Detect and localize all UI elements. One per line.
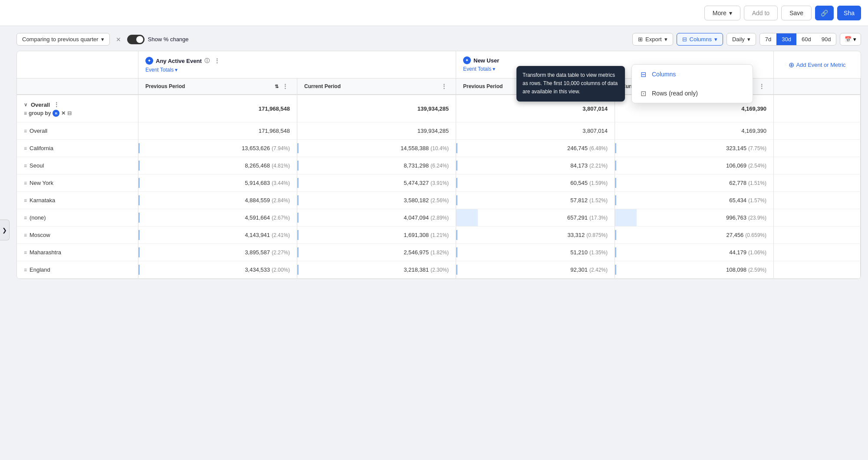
filter-icon[interactable]: ⊟	[67, 110, 72, 116]
calendar-button[interactable]: 📅 ▾	[840, 33, 861, 46]
row-label-text: Moscow	[30, 232, 50, 238]
cell-pct: (4.81%)	[272, 163, 290, 169]
overall-curr-2-value: 4,169,390	[741, 105, 766, 112]
cell-value: 3,218,381	[404, 266, 429, 273]
cell-value: 996,763	[726, 214, 746, 221]
table-row: ≡ Seoul 8,265,468 (4.81%)8,731,298 (6.24…	[17, 157, 861, 174]
rows-option[interactable]: ⊡ Rows (read only)	[632, 84, 753, 103]
row-4-col-3: 65,434 (1.57%)	[615, 192, 774, 209]
add-to-label: Add to	[752, 10, 769, 16]
add-event-cell[interactable]: ⊕ Add Event or Metric	[774, 51, 861, 78]
empty-add-col	[774, 79, 861, 94]
share-link-button[interactable]: 🔗	[815, 6, 834, 20]
chevron-down-icon: ▾	[664, 36, 667, 43]
cell-value: 3,434,533	[245, 266, 270, 273]
row-label-text: New York	[30, 180, 53, 186]
comparing-button[interactable]: Comparing to previous quarter ▾	[16, 33, 110, 46]
save-button[interactable]: Save	[781, 6, 812, 20]
toggle-switch[interactable]	[127, 35, 145, 44]
sort-icon-1[interactable]: ⇅	[275, 84, 279, 89]
cell-pct: (2.30%)	[431, 267, 449, 273]
curr-period-1-menu[interactable]: ⋮	[439, 82, 449, 91]
any-event-menu-button[interactable]: ⋮	[212, 56, 222, 65]
toolbar: Comparing to previous quarter ▾ ✕ Show %…	[16, 33, 861, 46]
chevron-down-icon: ▾	[175, 67, 178, 73]
close-comparing-button[interactable]: ✕	[114, 35, 123, 44]
daily-button[interactable]: Daily ▾	[727, 33, 756, 46]
link-icon: 🔗	[821, 10, 828, 16]
row-empty-cell	[774, 140, 861, 157]
equals-icon: ≡	[24, 110, 27, 116]
row-2-col-1: 8,731,298 (6.24%)	[297, 157, 456, 174]
cell-value: 8,731,298	[404, 162, 429, 169]
group-by-row: ≡ group by R ✕ ⊟	[24, 110, 72, 117]
row-6-col-0: 4,143,941 (2.41%)	[138, 227, 297, 243]
info-tooltip: Transform the data table to view metrics…	[516, 66, 625, 102]
table-row: ≡ New York 5,914,683 (3.44%)5,474,327 (3…	[17, 174, 861, 192]
chevron-down-icon: ▾	[714, 36, 717, 43]
row-filter-icon: ≡	[24, 180, 27, 186]
row-6-col-2: 33,312 (0.875%)	[456, 227, 615, 243]
new-user-icon: ✦	[463, 56, 471, 64]
cell-pct: (2.41%)	[272, 232, 290, 238]
row-filter-icon: ≡	[24, 232, 27, 238]
cell-pct: (2.67%)	[272, 215, 290, 221]
table-row: ≡ England 3,434,533 (2.00%)3,218,381 (2.…	[17, 261, 861, 279]
row-1-col-2: 246,745 (6.48%)	[456, 140, 615, 157]
expand-icon[interactable]: ∨	[24, 102, 27, 108]
row-label-1: ≡ California	[17, 140, 138, 157]
row-2-col-0: 8,265,468 (4.81%)	[138, 157, 297, 174]
cell-value: 92,301	[570, 266, 588, 273]
columns-label: Columns	[690, 36, 712, 43]
curr-period-2-menu[interactable]: ⋮	[757, 82, 766, 91]
overall-menu[interactable]: ⋮	[52, 100, 61, 109]
row-filter-icon: ≡	[24, 267, 27, 273]
date-tab-60d[interactable]: 60d	[796, 33, 816, 45]
cell-value: 62,778	[729, 180, 746, 186]
more-button[interactable]: More ▾	[704, 6, 740, 20]
cell-value: 246,745	[567, 145, 588, 151]
row-label-8: ≡ England	[17, 261, 138, 278]
prev-period-1-menu[interactable]: ⋮	[280, 82, 290, 91]
cell-value: 44,179	[729, 249, 746, 256]
date-tab-30d[interactable]: 30d	[776, 33, 796, 45]
date-tab-7d[interactable]: 7d	[760, 33, 776, 45]
add-to-button[interactable]: Add to	[744, 6, 778, 20]
cell-pct: (10.4%)	[431, 145, 449, 151]
sidebar-toggle[interactable]: ❯	[0, 220, 10, 240]
date-tab-90d[interactable]: 90d	[816, 33, 836, 45]
cell-value: 3,807,014	[582, 128, 608, 134]
row-5-col-1: 4,047,094 (2.89%)	[297, 209, 456, 226]
sha-button[interactable]: Sha	[837, 6, 861, 20]
table-row: ≡ Maharashtra 3,895,587 (2.27%)2,546,975…	[17, 244, 861, 261]
cell-value: 3,580,182	[404, 197, 429, 204]
new-user-title: ✦ New User	[463, 56, 766, 64]
cell-pct: (1.82%)	[431, 250, 449, 256]
remove-group-icon[interactable]: ✕	[61, 110, 66, 116]
cell-pct: (2.54%)	[748, 163, 766, 169]
columns-option[interactable]: ⊟ Columns	[632, 65, 753, 84]
export-button[interactable]: ⊞ Export ▾	[632, 33, 673, 46]
row-1-col-0: 13,653,626 (7.94%)	[138, 140, 297, 157]
columns-dropdown: ⊟ Columns ⊡ Rows (read only)	[631, 64, 753, 103]
cell-value: 171,968,548	[259, 128, 290, 134]
row-1-col-3: 323,145 (7.75%)	[615, 140, 774, 157]
cell-pct: (3.44%)	[272, 180, 290, 186]
row-0-col-0: 171,968,548	[138, 122, 297, 139]
event-title: ✦ Any Active Event ⓘ ⋮	[145, 56, 449, 65]
table-row: ≡ Karnataka 4,884,559 (2.84%)3,580,182 (…	[17, 192, 861, 209]
overall-label: ∨ Overall ⋮	[24, 100, 61, 109]
event-totals-subtitle: Event Totals ▾	[145, 67, 449, 73]
cell-pct: (1.51%)	[748, 180, 766, 186]
rows-option-icon: ⊡	[639, 89, 648, 98]
row-empty-cell	[774, 209, 861, 226]
info-icon[interactable]: ⓘ	[204, 57, 210, 65]
row-empty-cell	[774, 244, 861, 261]
cell-pct: (2.84%)	[272, 197, 290, 204]
columns-button[interactable]: ⊟ Columns ▾	[677, 33, 723, 46]
event-icon: ✦	[145, 57, 153, 65]
cell-pct: (2.42%)	[589, 267, 608, 273]
cell-pct: (3.91%)	[431, 180, 449, 186]
cell-pct: (23.9%)	[748, 215, 766, 221]
export-label: Export	[645, 36, 662, 43]
